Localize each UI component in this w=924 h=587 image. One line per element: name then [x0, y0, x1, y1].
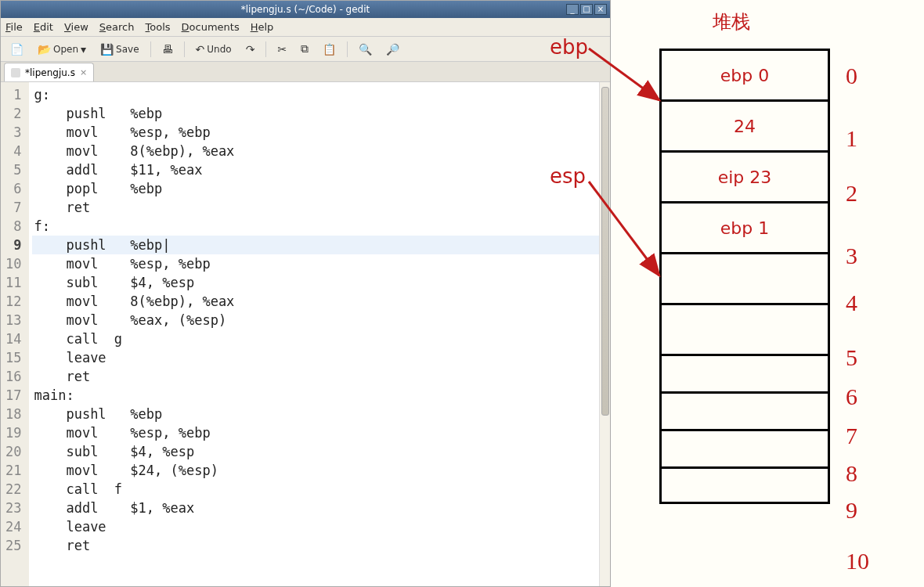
code-line[interactable]: ret	[32, 198, 599, 217]
save-label: Save	[116, 44, 139, 55]
line-number: 14	[5, 330, 24, 348]
menu-search[interactable]: Search	[99, 21, 135, 33]
code-line[interactable]: movl %eax, (%esp)	[32, 311, 599, 330]
replace-icon: 🔎	[386, 43, 399, 56]
stack-cell	[659, 354, 830, 391]
toolbar-separator	[150, 41, 151, 57]
code-line[interactable]: pushl %ebp	[32, 104, 599, 123]
chevron-down-icon: ▾	[81, 43, 86, 56]
code-line[interactable]: ret	[32, 536, 599, 555]
scrollthumb[interactable]	[601, 87, 609, 416]
paste-icon: 📋	[323, 43, 336, 56]
cut-icon: ✂	[277, 43, 287, 56]
line-number: 21	[5, 461, 24, 480]
stack-index: 10	[846, 548, 869, 574]
code-line[interactable]: popl %ebp	[32, 179, 599, 198]
document-icon	[11, 68, 20, 77]
line-number: 12	[5, 292, 24, 311]
code-line[interactable]: ret	[32, 367, 599, 386]
code-area[interactable]: g: pushl %ebp movl %esp, %ebp movl 8(%eb…	[29, 82, 599, 586]
code-line[interactable]: subl $4, %esp	[32, 273, 599, 292]
line-number: 3	[5, 123, 24, 142]
open-button[interactable]: 📂Open▾	[33, 39, 91, 59]
print-button[interactable]: 🖶	[157, 39, 178, 59]
line-number: 6	[5, 179, 24, 198]
stack-index: 4	[846, 290, 857, 316]
line-number: 18	[5, 405, 24, 423]
code-line[interactable]: movl $24, (%esp)	[32, 461, 599, 480]
stack-index: 9	[846, 497, 857, 524]
line-number: 17	[5, 386, 24, 405]
line-number: 7	[5, 198, 24, 217]
stack-cells: ebp 024eip 23ebp 1	[659, 49, 830, 504]
undo-button[interactable]: ↶Undo	[191, 39, 236, 59]
code-line[interactable]: movl 8(%ebp), %eax	[32, 292, 599, 311]
code-line[interactable]: main:	[32, 386, 599, 405]
stack-cell: eip 23	[659, 150, 830, 201]
new-button[interactable]: 📄	[5, 39, 28, 59]
code-line[interactable]: subl $4, %esp	[32, 442, 599, 461]
menu-view[interactable]: View	[64, 21, 88, 33]
stack-index: 7	[846, 423, 857, 449]
stack-cell	[659, 429, 830, 466]
stack-cell	[659, 303, 830, 354]
close-icon[interactable]: ×	[80, 67, 87, 77]
paste-button[interactable]: 📋	[318, 39, 341, 59]
folder-icon: 📂	[38, 43, 51, 56]
code-line[interactable]: g:	[32, 85, 599, 104]
code-line[interactable]: movl %esp, %ebp	[32, 423, 599, 442]
line-number-gutter: 1234567891011121314151617181920212223242…	[1, 82, 29, 586]
ebp-pointer-label: ebp	[550, 35, 588, 59]
close-button[interactable]: ×	[594, 4, 607, 15]
cut-button[interactable]: ✂	[273, 39, 291, 59]
menu-help[interactable]: Help	[251, 21, 274, 33]
code-line[interactable]: call f	[32, 480, 599, 499]
tab-active[interactable]: *lipengju.s ×	[4, 63, 94, 81]
tab-strip: *lipengju.s ×	[1, 62, 610, 82]
save-icon: 💾	[100, 43, 114, 56]
copy-button[interactable]: ⧉	[296, 39, 313, 59]
stack-title: 堆栈	[713, 9, 750, 34]
stack-cell	[659, 391, 830, 429]
minimize-button[interactable]: _	[566, 4, 579, 15]
window-controls: _ □ ×	[566, 4, 607, 15]
line-number: 20	[5, 442, 24, 461]
toolbar-separator	[347, 41, 348, 57]
stack-index: 2	[846, 180, 857, 207]
code-line[interactable]: f:	[32, 217, 599, 236]
replace-button[interactable]: 🔎	[381, 39, 404, 59]
redo-button[interactable]: ↷	[241, 39, 260, 59]
window-title: *lipengju.s (~/Code) - gedit	[241, 4, 370, 15]
stack-cell: ebp 1	[659, 201, 830, 252]
maximize-button[interactable]: □	[580, 4, 593, 15]
menubar: File Edit View Search Tools Documents He…	[1, 18, 610, 37]
menu-file[interactable]: File	[5, 21, 23, 33]
open-label: Open	[53, 44, 78, 55]
menu-documents[interactable]: Documents	[182, 21, 240, 33]
code-line[interactable]: addl $1, %eax	[32, 499, 599, 517]
toolbar-separator	[184, 41, 185, 57]
find-button[interactable]: 🔍	[354, 39, 377, 59]
code-line[interactable]: pushl %ebp	[32, 405, 599, 423]
line-number: 23	[5, 499, 24, 517]
stack-cell	[659, 466, 830, 504]
code-line[interactable]: addl $11, %eax	[32, 160, 599, 179]
code-line[interactable]: movl %esp, %ebp	[32, 254, 599, 273]
stack-index: 0	[846, 63, 857, 89]
menu-tools[interactable]: Tools	[146, 21, 171, 33]
line-number: 2	[5, 104, 24, 123]
stack-index: 3	[846, 243, 857, 269]
menu-edit[interactable]: Edit	[34, 21, 53, 33]
code-line[interactable]: movl %esp, %ebp	[32, 123, 599, 142]
scrollbar[interactable]	[599, 82, 610, 586]
line-number: 10	[5, 254, 24, 273]
code-line[interactable]: leave	[32, 517, 599, 536]
code-line[interactable]: movl 8(%ebp), %eax	[32, 142, 599, 160]
stack-cell	[659, 252, 830, 303]
editor: 1234567891011121314151617181920212223242…	[1, 82, 610, 586]
code-line[interactable]: call g	[32, 330, 599, 348]
line-number: 19	[5, 423, 24, 442]
code-line[interactable]: leave	[32, 348, 599, 367]
save-button[interactable]: 💾Save	[96, 39, 143, 59]
code-line[interactable]: pushl %ebp|	[32, 236, 599, 254]
